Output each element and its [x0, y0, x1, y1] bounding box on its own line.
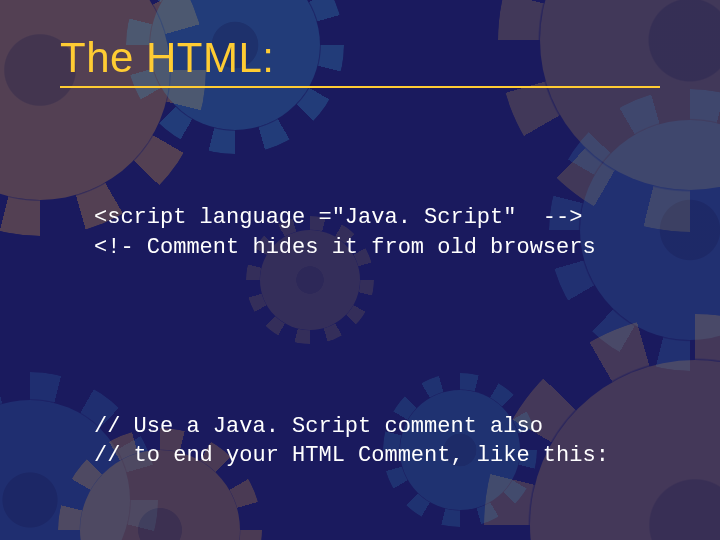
code-line: // Use a Java. Script comment also [94, 414, 543, 439]
code-line: <script language ="Java. Script" --> [94, 205, 582, 230]
code-block-1: <script language ="Java. Script" --> <!-… [94, 173, 676, 262]
slide-title: The HTML: [60, 34, 676, 82]
code-block-2: // Use a Java. Script comment also // to… [94, 382, 676, 471]
title-underline [60, 86, 660, 88]
slide: The HTML: <script language ="Java. Scrip… [0, 0, 720, 540]
code-body: <script language ="Java. Script" --> <!-… [94, 114, 676, 540]
code-line: <!- Comment hides it from old browsers [94, 235, 596, 260]
code-line: // to end your HTML Comment, like this: [94, 443, 609, 468]
